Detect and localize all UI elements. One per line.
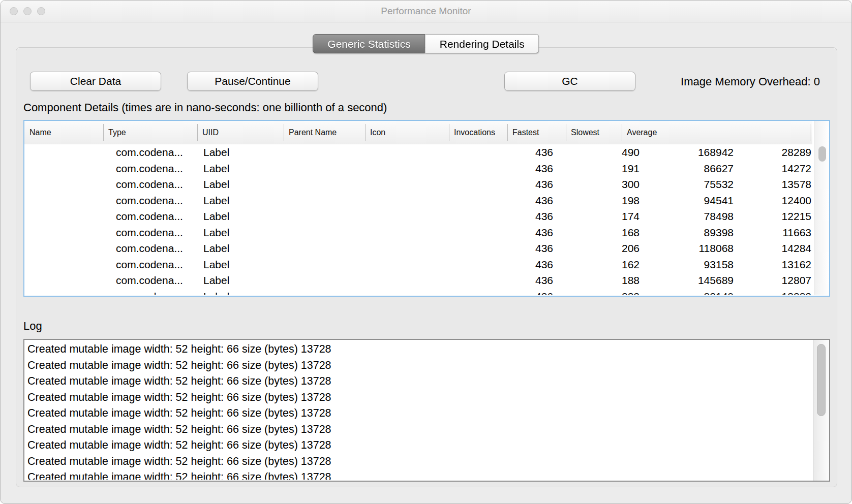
table-row[interactable]: com.codena...Label43649016894228289 [24,144,814,161]
log-scrollbar-thumb[interactable] [817,344,826,416]
log-line: Created mutable image width: 52 height: … [27,405,790,422]
cell-slowest: 118068 [647,240,734,257]
cell-average: 14284 [731,240,811,257]
cell-average: 28289 [731,144,811,161]
column-header-average[interactable]: Average [627,121,657,144]
cell-type: com.codena... [116,208,183,225]
header-separator [810,124,810,141]
column-header-name[interactable]: Name [29,121,51,144]
window-controls [10,7,45,15]
cell-invocations: 436 [472,193,553,209]
cell-slowest: 168942 [647,144,734,161]
cell-fastest: 162 [558,257,640,273]
cell-invocations: 436 [472,272,553,289]
cell-average: 11663 [731,225,811,241]
log-area[interactable]: Created mutable image width: 52 height: … [23,339,830,482]
column-header-parent-name[interactable]: Parent Name [289,121,337,144]
header-separator [103,124,104,141]
cell-slowest: 86627 [647,161,734,177]
cell-slowest: 78498 [647,208,734,225]
cell-type: com.codena... [116,240,183,257]
cell-slowest: 75532 [647,176,734,193]
cell-average: 14272 [731,161,811,177]
close-icon[interactable] [10,7,18,15]
cell-uiid: Label [203,144,229,161]
cell-invocations: 436 [472,161,553,177]
component-details-table[interactable]: NameTypeUIIDParent NameIconInvocationsFa… [23,120,830,297]
cell-type: com.codena... [116,289,183,295]
table-scrollbar-track[interactable] [814,121,829,295]
table-row[interactable]: com.codena...Label4362228214013282 [24,289,814,295]
table-row[interactable]: com.codena...Label4361989454112400 [24,193,814,209]
log-lines: Created mutable image width: 52 height: … [27,341,790,480]
gc-button[interactable]: GC [504,72,635,91]
title-bar: Performance Monitor [1,1,851,22]
header-separator [566,124,566,141]
column-header-uiid[interactable]: UIID [202,121,219,144]
cell-fastest: 490 [558,144,640,161]
cell-type: com.codena... [116,193,183,209]
table-row[interactable]: com.codena...Label4361747849812215 [24,208,814,225]
log-line: Created mutable image width: 52 height: … [27,358,790,374]
log-line: Created mutable image width: 52 height: … [27,454,790,470]
log-line: Created mutable image width: 52 height: … [27,341,790,358]
cell-uiid: Label [203,257,229,273]
table-row[interactable]: com.codena...Label4361918662714272 [24,161,814,177]
cell-average: 12215 [731,208,811,225]
cell-fastest: 174 [558,208,640,225]
column-header-invocations[interactable]: Invocations [454,121,495,144]
cell-slowest: 94541 [647,193,734,209]
cell-slowest: 145689 [647,272,734,289]
header-separator [449,124,449,141]
header-separator [507,124,508,141]
column-header-type[interactable]: Type [108,121,126,144]
cell-slowest: 82140 [647,289,734,295]
cell-uiid: Label [203,289,229,295]
cell-type: com.codena... [116,144,183,161]
cell-uiid: Label [203,193,229,209]
column-header-fastest[interactable]: Fastest [512,121,539,144]
cell-uiid: Label [203,272,229,289]
zoom-icon[interactable] [37,7,45,15]
cell-fastest: 300 [558,176,640,193]
header-separator [622,124,622,141]
cell-uiid: Label [203,176,229,193]
cell-invocations: 436 [472,144,553,161]
tab-rendering-details[interactable]: Rendering Details [425,34,539,53]
table-scrollbar-thumb[interactable] [818,146,826,162]
pause-continue-button[interactable]: Pause/Continue [187,72,318,91]
cell-fastest: 168 [558,225,640,241]
component-details-heading: Component Details (times are in nano-sec… [23,101,387,114]
image-memory-overhead-label: Image Memory Overhead: 0 [681,75,820,88]
table-row[interactable]: com.codena...Label43618814568912807 [24,272,814,289]
table-row[interactable]: com.codena...Label4363007553213578 [24,176,814,193]
table-row[interactable]: com.codena...Label4361688939811663 [24,225,814,241]
table-row[interactable]: com.codena...Label4361629315813162 [24,257,814,273]
component-table-header: NameTypeUIIDParent NameIconInvocationsFa… [24,121,812,144]
tab-generic-statistics[interactable]: Generic Statistics [313,34,425,53]
log-heading: Log [23,320,42,333]
log-line: Created mutable image width: 52 height: … [27,469,790,480]
cell-average: 12400 [731,193,811,209]
table-row[interactable]: com.codena...Label43620611806814284 [24,240,814,257]
log-scrollbar-track[interactable] [813,340,829,481]
column-header-slowest[interactable]: Slowest [571,121,599,144]
header-separator [284,124,284,141]
cell-type: com.codena... [116,257,183,273]
tab-bar: Generic Statistics Rendering Details [313,34,539,53]
header-separator [365,124,366,141]
cell-invocations: 436 [472,176,553,193]
log-line: Created mutable image width: 52 height: … [27,390,790,406]
cell-slowest: 89398 [647,225,734,241]
cell-fastest: 222 [558,289,640,295]
cell-type: com.codena... [116,176,183,193]
cell-type: com.codena... [116,225,183,241]
column-header-icon[interactable]: Icon [370,121,385,144]
performance-monitor-window: Performance Monitor Generic Statistics R… [0,0,852,504]
clear-data-button[interactable]: Clear Data [30,72,161,91]
cell-invocations: 436 [472,257,553,273]
log-line: Created mutable image width: 52 height: … [27,437,790,454]
minimize-icon[interactable] [23,7,32,15]
window-title: Performance Monitor [1,1,851,22]
log-line: Created mutable image width: 52 height: … [27,373,790,390]
